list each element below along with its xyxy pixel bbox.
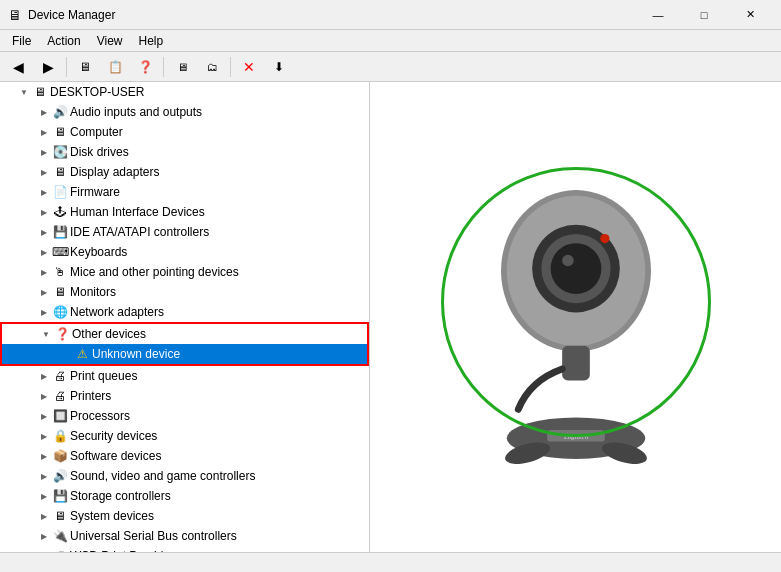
firmware-expand[interactable]: ▶ xyxy=(36,184,52,200)
disk-expand[interactable]: ▶ xyxy=(36,144,52,160)
tree-item-monitors[interactable]: ▶ 🖥 Monitors xyxy=(0,282,369,302)
toolbar: ◀ ▶ 🖥 📋 ❓ 🖥 🗂 ✕ ⬇ xyxy=(0,52,781,82)
main-content: ▼ 🖥 DESKTOP-USER ▶ 🔊 Audio inputs and ou… xyxy=(0,82,781,552)
printq-expand[interactable]: ▶ xyxy=(36,368,52,384)
sound-icon: 🔊 xyxy=(52,468,68,484)
storage-expand[interactable]: ▶ xyxy=(36,488,52,504)
ide-icon: 💾 xyxy=(52,224,68,240)
network-label: Network adapters xyxy=(70,305,164,319)
tree-item-printq[interactable]: ▶ 🖨 Print queues xyxy=(0,366,369,386)
ide-expand[interactable]: ▶ xyxy=(36,224,52,240)
tree-item-system[interactable]: ▶ 🖥 System devices xyxy=(0,506,369,526)
keyboards-icon: ⌨ xyxy=(52,244,68,260)
computer-label: Computer xyxy=(70,125,123,139)
toolbar-help[interactable]: ❓ xyxy=(131,55,159,79)
system-icon: 🖥 xyxy=(52,508,68,524)
menu-help[interactable]: Help xyxy=(131,32,172,50)
printq-label: Print queues xyxy=(70,369,137,383)
hid-label: Human Interface Devices xyxy=(70,205,205,219)
tree-item-other[interactable]: ▼ ❓ Other devices xyxy=(2,324,367,344)
tree-panel[interactable]: ▼ 🖥 DESKTOP-USER ▶ 🔊 Audio inputs and ou… xyxy=(0,82,370,552)
display-icon: 🖥 xyxy=(52,164,68,180)
app-icon: 🖥 xyxy=(8,7,22,23)
other-icon: ❓ xyxy=(54,326,70,342)
monitors-icon: 🖥 xyxy=(52,284,68,300)
computer-icon: 🖥 xyxy=(52,124,68,140)
tree-item-storage[interactable]: ▶ 💾 Storage controllers xyxy=(0,486,369,506)
mice-expand[interactable]: ▶ xyxy=(36,264,52,280)
tree-item-hid[interactable]: ▶ 🕹 Human Interface Devices xyxy=(0,202,369,222)
toolbar-download[interactable]: ⬇ xyxy=(265,55,293,79)
printers-icon: 🖨 xyxy=(52,388,68,404)
root-expand[interactable]: ▼ xyxy=(16,84,32,100)
display-label: Display adapters xyxy=(70,165,159,179)
tree-item-keyboards[interactable]: ▶ ⌨ Keyboards xyxy=(0,242,369,262)
tree-item-display[interactable]: ▶ 🖥 Display adapters xyxy=(0,162,369,182)
tree-item-unknown[interactable]: ⚠ Unknown device xyxy=(2,344,367,364)
computer-expand[interactable]: ▶ xyxy=(36,124,52,140)
tree-item-wsd[interactable]: ▶ 🖨 WSD Print Provider xyxy=(0,546,369,552)
root-label: DESKTOP-USER xyxy=(50,85,144,99)
menu-view[interactable]: View xyxy=(89,32,131,50)
disk-label: Disk drives xyxy=(70,145,129,159)
network-expand[interactable]: ▶ xyxy=(36,304,52,320)
root-icon: 🖥 xyxy=(32,84,48,100)
toolbar-back[interactable]: ◀ xyxy=(4,55,32,79)
tree-item-firmware[interactable]: ▶ 📄 Firmware xyxy=(0,182,369,202)
sound-expand[interactable]: ▶ xyxy=(36,468,52,484)
tree-item-processors[interactable]: ▶ 🔲 Processors xyxy=(0,406,369,426)
tree-item-network[interactable]: ▶ 🌐 Network adapters xyxy=(0,302,369,322)
security-expand[interactable]: ▶ xyxy=(36,428,52,444)
tree-item-software[interactable]: ▶ 📦 Software devices xyxy=(0,446,369,466)
wsd-expand[interactable]: ▶ xyxy=(36,548,52,552)
tree-item-mice[interactable]: ▶ 🖱 Mice and other pointing devices xyxy=(0,262,369,282)
audio-icon: 🔊 xyxy=(52,104,68,120)
menu-action[interactable]: Action xyxy=(39,32,88,50)
printers-expand[interactable]: ▶ xyxy=(36,388,52,404)
tree-item-printers[interactable]: ▶ 🖨 Printers xyxy=(0,386,369,406)
keyboards-expand[interactable]: ▶ xyxy=(36,244,52,260)
monitors-expand[interactable]: ▶ xyxy=(36,284,52,300)
toolbar-update-driver[interactable]: 📋 xyxy=(101,55,129,79)
hid-expand[interactable]: ▶ xyxy=(36,204,52,220)
tree-item-ide[interactable]: ▶ 💾 IDE ATA/ATAPI controllers xyxy=(0,222,369,242)
keyboards-label: Keyboards xyxy=(70,245,127,259)
maximize-button[interactable]: □ xyxy=(681,0,727,30)
printq-icon: 🖨 xyxy=(52,368,68,384)
hid-icon: 🕹 xyxy=(52,204,68,220)
ide-label: IDE ATA/ATAPI controllers xyxy=(70,225,209,239)
unknown-icon: ⚠ xyxy=(74,346,90,362)
processors-expand[interactable]: ▶ xyxy=(36,408,52,424)
close-button[interactable]: ✕ xyxy=(727,0,773,30)
software-icon: 📦 xyxy=(52,448,68,464)
tree-root[interactable]: ▼ 🖥 DESKTOP-USER xyxy=(0,82,369,102)
other-expand[interactable]: ▼ xyxy=(38,326,54,342)
menu-file[interactable]: File xyxy=(4,32,39,50)
toolbar-view[interactable]: 🗂 xyxy=(198,55,226,79)
mice-label: Mice and other pointing devices xyxy=(70,265,239,279)
system-expand[interactable]: ▶ xyxy=(36,508,52,524)
tree-item-usb[interactable]: ▶ 🔌 Universal Serial Bus controllers xyxy=(0,526,369,546)
toolbar-scan[interactable]: 🖥 xyxy=(168,55,196,79)
tree-item-sound[interactable]: ▶ 🔊 Sound, video and game controllers xyxy=(0,466,369,486)
disk-icon: 💽 xyxy=(52,144,68,160)
window-title: Device Manager xyxy=(28,8,115,22)
audio-expand[interactable]: ▶ xyxy=(36,104,52,120)
usb-expand[interactable]: ▶ xyxy=(36,528,52,544)
toolbar-forward[interactable]: ▶ xyxy=(34,55,62,79)
title-bar-left: 🖥 Device Manager xyxy=(8,7,115,23)
tree-item-security[interactable]: ▶ 🔒 Security devices xyxy=(0,426,369,446)
tree-item-disk[interactable]: ▶ 💽 Disk drives xyxy=(0,142,369,162)
processors-label: Processors xyxy=(70,409,130,423)
firmware-icon: 📄 xyxy=(52,184,68,200)
software-expand[interactable]: ▶ xyxy=(36,448,52,464)
display-expand[interactable]: ▶ xyxy=(36,164,52,180)
toolbar-uninstall[interactable]: ✕ xyxy=(235,55,263,79)
tree-item-computer[interactable]: ▶ 🖥 Computer xyxy=(0,122,369,142)
minimize-button[interactable]: — xyxy=(635,0,681,30)
tree-item-audio[interactable]: ▶ 🔊 Audio inputs and outputs xyxy=(0,102,369,122)
security-label: Security devices xyxy=(70,429,157,443)
toolbar-properties[interactable]: 🖥 xyxy=(71,55,99,79)
webcam-container: Logitech xyxy=(441,157,711,477)
storage-icon: 💾 xyxy=(52,488,68,504)
